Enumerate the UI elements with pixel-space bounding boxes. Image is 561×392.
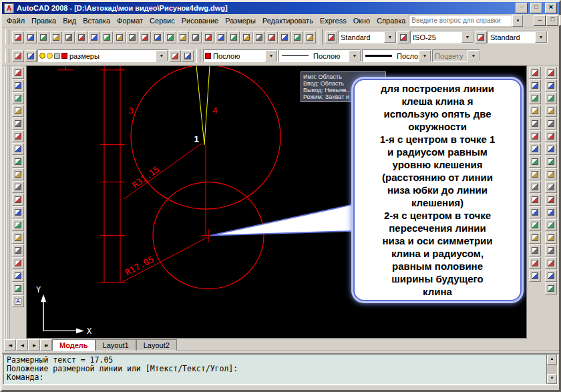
command-scrollbar[interactable] — [546, 355, 557, 384]
sheet-set-manager-icon[interactable] — [266, 31, 278, 43]
circle-icon[interactable] — [12, 143, 24, 155]
layer-properties-manager-icon[interactable] — [12, 50, 24, 62]
layer-dropdown[interactable]: размеры — [37, 49, 168, 62]
menu-item-0[interactable]: Файл — [3, 15, 28, 26]
copy-object-icon[interactable] — [529, 79, 541, 91]
dropdown-arrow-icon[interactable] — [461, 31, 474, 43]
open-icon[interactable] — [25, 31, 37, 43]
tab-nav-next-button[interactable] — [28, 339, 40, 351]
join-icon[interactable] — [529, 232, 541, 244]
construction-line-icon[interactable] — [12, 79, 24, 91]
block-editor-icon[interactable] — [139, 31, 151, 43]
scrollbar-track[interactable] — [547, 365, 557, 374]
dim-continue-icon[interactable] — [545, 194, 557, 206]
fillet-icon[interactable] — [529, 257, 541, 269]
menu-item-4[interactable]: Формат — [114, 15, 146, 26]
cut-icon[interactable] — [88, 31, 100, 43]
dim-diameter-icon[interactable] — [545, 143, 557, 155]
publish-icon[interactable] — [75, 31, 87, 43]
command-line-input[interactable]: Размерный текст = 17.05Положение размерн… — [4, 355, 546, 384]
toolbar-grip[interactable] — [196, 49, 200, 63]
move-icon[interactable] — [529, 130, 541, 142]
insert-block-icon[interactable] — [12, 206, 24, 218]
menu-item-3[interactable]: Вставка — [79, 15, 114, 26]
dim-ordinate-icon[interactable] — [545, 105, 557, 117]
mirror-icon[interactable] — [529, 92, 541, 104]
linetype-dropdown[interactable]: Послою — [278, 49, 361, 62]
chamfer-icon[interactable] — [529, 244, 541, 256]
help-icon[interactable] — [304, 31, 316, 43]
quick-dimension-icon[interactable] — [545, 168, 557, 180]
center-mark-icon[interactable] — [545, 232, 557, 244]
text-style-dropdown[interactable]: Standard — [338, 31, 397, 43]
zoom-previous-icon[interactable] — [215, 31, 227, 43]
dim-style-icon[interactable] — [545, 282, 557, 295]
zoom-window-icon[interactable] — [202, 31, 214, 43]
trim-icon[interactable] — [529, 181, 541, 193]
dropdown-arrow-icon[interactable] — [384, 31, 396, 43]
explode-icon[interactable] — [529, 270, 541, 282]
quickcalc-icon[interactable] — [291, 31, 303, 43]
plot-preview-icon[interactable] — [63, 31, 75, 43]
save-icon[interactable] — [37, 31, 49, 43]
toolbar-grip[interactable] — [5, 29, 9, 45]
hatch-icon[interactable] — [12, 244, 24, 256]
menu-item-10[interactable]: Окно — [350, 15, 374, 26]
color-dropdown[interactable]: Послою — [203, 49, 278, 62]
quick-leader-icon[interactable] — [545, 206, 557, 218]
toolbar-grip[interactable] — [5, 49, 9, 63]
properties-icon[interactable] — [228, 31, 240, 43]
tab-layout1[interactable]: Layout1 — [96, 339, 136, 351]
dim-baseline-icon[interactable] — [545, 181, 557, 193]
dropdown-arrow-icon[interactable] — [156, 50, 168, 61]
maximize-button[interactable] — [530, 3, 542, 13]
dim-update-icon[interactable] — [545, 270, 557, 282]
dim-style-manager-icon[interactable] — [397, 31, 409, 43]
dim-arc-length-icon[interactable] — [545, 92, 557, 104]
docked-toolbar-grip[interactable] — [2, 65, 10, 339]
make-block-icon[interactable] — [12, 219, 24, 231]
menu-item-2[interactable]: Вид — [59, 15, 79, 26]
match-properties-icon[interactable] — [126, 31, 138, 43]
multiline-text-icon[interactable]: A — [12, 295, 24, 307]
ellipse-arc-icon[interactable] — [12, 194, 24, 206]
rotate-icon[interactable] — [529, 143, 541, 155]
tolerance-icon[interactable] — [545, 219, 557, 231]
polygon-icon[interactable] — [12, 105, 24, 117]
menu-item-8[interactable]: Редактировать — [259, 15, 317, 26]
menu-item-1[interactable]: Правка — [28, 15, 59, 26]
zoom-realtime-icon[interactable] — [190, 31, 202, 43]
menu-item-6[interactable]: Рисование — [178, 15, 222, 26]
table-icon[interactable] — [12, 282, 24, 295]
tab-model[interactable]: Модель — [52, 339, 96, 351]
tab-layout2[interactable]: Layout2 — [136, 339, 177, 351]
dim-text-edit-icon[interactable] — [545, 257, 557, 269]
markup-set-manager-icon[interactable] — [278, 31, 291, 43]
table-style-manager-icon[interactable] — [475, 31, 487, 43]
doc-restore-button[interactable] — [546, 15, 558, 26]
ellipse-icon[interactable] — [12, 181, 24, 193]
layer-states-manager-icon[interactable] — [25, 50, 37, 62]
close-button[interactable] — [545, 3, 557, 13]
tab-nav-prev-button[interactable] — [16, 339, 28, 351]
paste-icon[interactable] — [114, 31, 126, 43]
scale-icon[interactable] — [529, 156, 541, 168]
plot-icon[interactable] — [50, 31, 62, 43]
menu-item-5[interactable]: Сервис — [146, 15, 178, 26]
line-icon[interactable] — [12, 67, 24, 79]
table-style-dropdown[interactable]: Standard — [488, 31, 548, 43]
dropdown-arrow-icon[interactable] — [265, 50, 277, 61]
drawing-area[interactable]: 3 4 1 R31.15 R17.05 Y X Имя: ОбластьВ — [26, 65, 527, 339]
tab-nav-first-button[interactable] — [4, 339, 16, 351]
dropdown-arrow-icon[interactable] — [349, 50, 361, 61]
toolbar-grip[interactable] — [319, 29, 323, 45]
offset-icon[interactable] — [529, 105, 541, 117]
erase-icon[interactable] — [529, 67, 541, 79]
menu-item-11[interactable]: Справка — [373, 15, 409, 26]
array-icon[interactable] — [529, 118, 541, 130]
dropdown-arrow-icon[interactable] — [419, 50, 431, 61]
dim-linear-icon[interactable] — [545, 67, 557, 79]
doc-minimize-button[interactable] — [534, 15, 546, 26]
break-icon[interactable] — [529, 219, 541, 231]
tool-palettes-icon[interactable] — [253, 31, 265, 43]
